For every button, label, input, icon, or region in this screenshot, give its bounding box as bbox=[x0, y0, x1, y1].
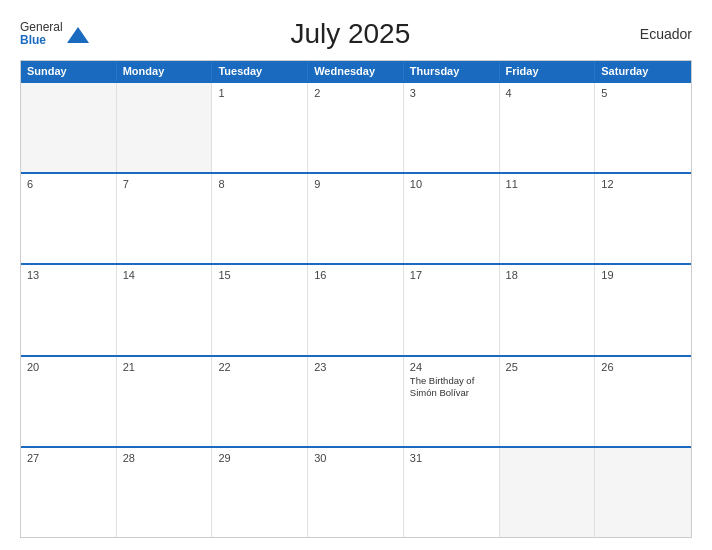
calendar-cell: 16 bbox=[308, 265, 404, 354]
calendar-cell: 24The Birthday of Simón Bolívar bbox=[404, 357, 500, 446]
day-number: 27 bbox=[27, 452, 110, 464]
calendar-cell: 23 bbox=[308, 357, 404, 446]
calendar-cell: 2 bbox=[308, 83, 404, 172]
calendar-title: July 2025 bbox=[89, 18, 612, 50]
day-number: 28 bbox=[123, 452, 206, 464]
calendar-week-4: 2728293031 bbox=[21, 446, 691, 537]
calendar-cell: 28 bbox=[117, 448, 213, 537]
calendar-cell: 26 bbox=[595, 357, 691, 446]
day-of-week-thursday: Thursday bbox=[404, 61, 500, 81]
day-number: 3 bbox=[410, 87, 493, 99]
calendar-cell bbox=[595, 448, 691, 537]
country-label: Ecuador bbox=[612, 26, 692, 42]
calendar-cell: 31 bbox=[404, 448, 500, 537]
calendar-cell: 6 bbox=[21, 174, 117, 263]
calendar-cell: 18 bbox=[500, 265, 596, 354]
day-of-week-friday: Friday bbox=[500, 61, 596, 81]
calendar-week-1: 6789101112 bbox=[21, 172, 691, 263]
calendar-cell: 12 bbox=[595, 174, 691, 263]
day-number: 16 bbox=[314, 269, 397, 281]
calendar-cell: 1 bbox=[212, 83, 308, 172]
calendar-cell: 10 bbox=[404, 174, 500, 263]
day-number: 4 bbox=[506, 87, 589, 99]
day-number: 13 bbox=[27, 269, 110, 281]
day-number: 9 bbox=[314, 178, 397, 190]
calendar-cell: 11 bbox=[500, 174, 596, 263]
day-number: 15 bbox=[218, 269, 301, 281]
day-number: 22 bbox=[218, 361, 301, 373]
calendar: SundayMondayTuesdayWednesdayThursdayFrid… bbox=[20, 60, 692, 538]
calendar-cell: 30 bbox=[308, 448, 404, 537]
day-number: 14 bbox=[123, 269, 206, 281]
calendar-cell: 3 bbox=[404, 83, 500, 172]
day-of-week-wednesday: Wednesday bbox=[308, 61, 404, 81]
day-number: 2 bbox=[314, 87, 397, 99]
calendar-cell: 4 bbox=[500, 83, 596, 172]
day-number: 6 bbox=[27, 178, 110, 190]
day-number: 19 bbox=[601, 269, 685, 281]
day-number: 21 bbox=[123, 361, 206, 373]
day-number: 18 bbox=[506, 269, 589, 281]
day-number: 7 bbox=[123, 178, 206, 190]
calendar-header: SundayMondayTuesdayWednesdayThursdayFrid… bbox=[21, 61, 691, 81]
calendar-week-0: 12345 bbox=[21, 81, 691, 172]
page: General Blue July 2025 Ecuador SundayMon… bbox=[0, 0, 712, 550]
day-number: 30 bbox=[314, 452, 397, 464]
day-number: 24 bbox=[410, 361, 493, 373]
calendar-cell bbox=[500, 448, 596, 537]
calendar-cell: 21 bbox=[117, 357, 213, 446]
day-number: 8 bbox=[218, 178, 301, 190]
calendar-cell bbox=[117, 83, 213, 172]
header: General Blue July 2025 Ecuador bbox=[20, 18, 692, 50]
calendar-cell: 17 bbox=[404, 265, 500, 354]
day-number: 26 bbox=[601, 361, 685, 373]
day-number: 12 bbox=[601, 178, 685, 190]
day-number: 1 bbox=[218, 87, 301, 99]
calendar-cell: 8 bbox=[212, 174, 308, 263]
calendar-cell: 9 bbox=[308, 174, 404, 263]
day-of-week-monday: Monday bbox=[117, 61, 213, 81]
day-number: 23 bbox=[314, 361, 397, 373]
day-of-week-sunday: Sunday bbox=[21, 61, 117, 81]
logo-flag-icon bbox=[67, 25, 89, 43]
svg-marker-0 bbox=[67, 27, 89, 43]
day-number: 10 bbox=[410, 178, 493, 190]
calendar-cell: 22 bbox=[212, 357, 308, 446]
day-number: 20 bbox=[27, 361, 110, 373]
calendar-cell: 25 bbox=[500, 357, 596, 446]
calendar-cell: 19 bbox=[595, 265, 691, 354]
logo-text: General Blue bbox=[20, 21, 63, 47]
event-label: The Birthday of Simón Bolívar bbox=[410, 375, 493, 400]
calendar-cell: 27 bbox=[21, 448, 117, 537]
calendar-week-2: 13141516171819 bbox=[21, 263, 691, 354]
calendar-cell: 7 bbox=[117, 174, 213, 263]
day-of-week-saturday: Saturday bbox=[595, 61, 691, 81]
calendar-cell: 20 bbox=[21, 357, 117, 446]
day-number: 17 bbox=[410, 269, 493, 281]
day-number: 11 bbox=[506, 178, 589, 190]
day-number: 29 bbox=[218, 452, 301, 464]
logo: General Blue bbox=[20, 21, 89, 47]
calendar-cell: 15 bbox=[212, 265, 308, 354]
day-number: 25 bbox=[506, 361, 589, 373]
day-number: 5 bbox=[601, 87, 685, 99]
calendar-cell: 29 bbox=[212, 448, 308, 537]
calendar-cell: 5 bbox=[595, 83, 691, 172]
calendar-cell: 13 bbox=[21, 265, 117, 354]
logo-blue: Blue bbox=[20, 34, 63, 47]
calendar-cell bbox=[21, 83, 117, 172]
day-of-week-tuesday: Tuesday bbox=[212, 61, 308, 81]
day-number: 31 bbox=[410, 452, 493, 464]
calendar-body: 123456789101112131415161718192021222324T… bbox=[21, 81, 691, 537]
calendar-cell: 14 bbox=[117, 265, 213, 354]
calendar-week-3: 2021222324The Birthday of Simón Bolívar2… bbox=[21, 355, 691, 446]
